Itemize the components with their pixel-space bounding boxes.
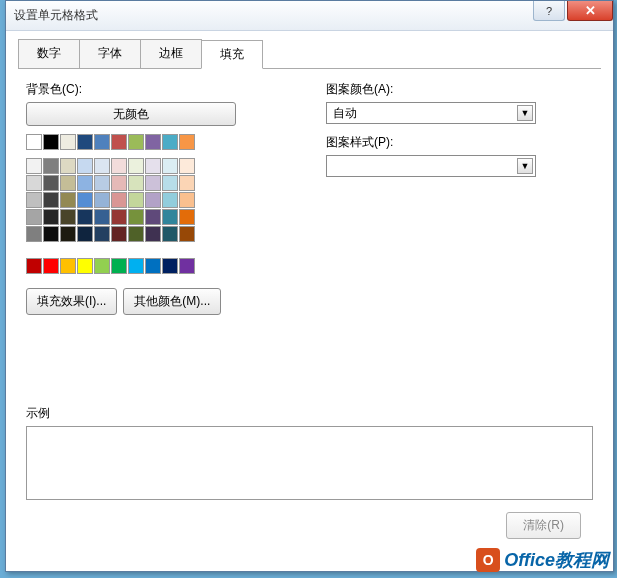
color-swatch[interactable] xyxy=(43,226,59,242)
color-swatch[interactable] xyxy=(60,209,76,225)
color-swatch[interactable] xyxy=(94,175,110,191)
color-swatch[interactable] xyxy=(111,258,127,274)
color-swatch[interactable] xyxy=(94,209,110,225)
color-swatch[interactable] xyxy=(128,158,144,174)
color-swatch[interactable] xyxy=(111,134,127,150)
color-swatch[interactable] xyxy=(94,258,110,274)
color-swatch[interactable] xyxy=(128,134,144,150)
color-swatch[interactable] xyxy=(145,258,161,274)
color-swatch[interactable] xyxy=(128,175,144,191)
color-swatch[interactable] xyxy=(77,258,93,274)
right-column: 图案颜色(A): 自动 ▼ 图案样式(P): ▼ xyxy=(326,81,593,315)
tab-number[interactable]: 数字 xyxy=(18,39,80,68)
chevron-down-icon: ▼ xyxy=(517,105,533,121)
tab-strip: 数字 字体 边框 填充 xyxy=(18,39,601,69)
color-swatch[interactable] xyxy=(145,158,161,174)
color-swatch[interactable] xyxy=(128,192,144,208)
color-swatch[interactable] xyxy=(111,192,127,208)
sample-preview xyxy=(26,426,593,500)
color-swatch[interactable] xyxy=(162,175,178,191)
color-swatch[interactable] xyxy=(162,134,178,150)
color-swatch[interactable] xyxy=(60,175,76,191)
color-swatch[interactable] xyxy=(179,226,195,242)
tab-font[interactable]: 字体 xyxy=(79,39,141,68)
color-swatch[interactable] xyxy=(94,134,110,150)
more-colors-button[interactable]: 其他颜色(M)... xyxy=(123,288,221,315)
color-swatch[interactable] xyxy=(162,226,178,242)
fill-effects-button[interactable]: 填充效果(I)... xyxy=(26,288,117,315)
window-buttons: ? ✕ xyxy=(533,1,613,21)
color-swatch[interactable] xyxy=(145,134,161,150)
watermark-text: Office教程网 xyxy=(504,548,609,572)
color-swatch[interactable] xyxy=(43,134,59,150)
titlebar[interactable]: 设置单元格格式 ? ✕ xyxy=(6,1,613,31)
color-swatch[interactable] xyxy=(162,258,178,274)
color-swatch[interactable] xyxy=(179,158,195,174)
color-swatch[interactable] xyxy=(77,226,93,242)
color-swatch[interactable] xyxy=(77,158,93,174)
color-swatch[interactable] xyxy=(77,192,93,208)
color-swatch[interactable] xyxy=(111,209,127,225)
color-swatch[interactable] xyxy=(94,192,110,208)
color-swatch[interactable] xyxy=(60,192,76,208)
color-swatch[interactable] xyxy=(111,226,127,242)
color-swatch[interactable] xyxy=(162,158,178,174)
color-swatch[interactable] xyxy=(111,175,127,191)
color-swatch[interactable] xyxy=(145,192,161,208)
color-swatch[interactable] xyxy=(60,226,76,242)
sample-section: 示例 xyxy=(18,405,601,500)
color-swatch[interactable] xyxy=(26,134,42,150)
color-swatch[interactable] xyxy=(145,226,161,242)
color-swatch[interactable] xyxy=(43,175,59,191)
watermark: O Office教程网 xyxy=(476,548,609,572)
color-swatch[interactable] xyxy=(94,226,110,242)
tab-border[interactable]: 边框 xyxy=(140,39,202,68)
close-button[interactable]: ✕ xyxy=(567,1,613,21)
color-swatch[interactable] xyxy=(60,258,76,274)
color-swatch[interactable] xyxy=(26,192,42,208)
color-swatch[interactable] xyxy=(179,134,195,150)
color-swatch[interactable] xyxy=(77,175,93,191)
color-swatch[interactable] xyxy=(26,158,42,174)
color-swatch[interactable] xyxy=(179,258,195,274)
tab-fill[interactable]: 填充 xyxy=(201,40,263,69)
color-swatch[interactable] xyxy=(179,175,195,191)
no-color-button[interactable]: 无颜色 xyxy=(26,102,236,126)
window-title: 设置单元格格式 xyxy=(14,7,98,24)
bg-color-label: 背景色(C): xyxy=(26,81,286,98)
watermark-icon: O xyxy=(476,548,500,572)
color-swatch[interactable] xyxy=(26,226,42,242)
color-swatch[interactable] xyxy=(43,209,59,225)
clear-button[interactable]: 清除(R) xyxy=(506,512,581,539)
pattern-color-label: 图案颜色(A): xyxy=(326,81,593,98)
color-swatch[interactable] xyxy=(94,158,110,174)
color-swatch[interactable] xyxy=(162,192,178,208)
color-swatch[interactable] xyxy=(43,192,59,208)
color-swatch[interactable] xyxy=(43,258,59,274)
color-swatch[interactable] xyxy=(128,209,144,225)
color-swatch[interactable] xyxy=(77,209,93,225)
color-swatch[interactable] xyxy=(179,209,195,225)
color-swatch[interactable] xyxy=(60,158,76,174)
standard-color-row xyxy=(26,258,286,274)
left-column: 背景色(C): 无颜色 填充效果(I)... 其他颜色(M)... xyxy=(26,81,286,315)
pattern-color-value: 自动 xyxy=(333,105,357,122)
pattern-color-dropdown[interactable]: 自动 ▼ xyxy=(326,102,536,124)
color-swatch[interactable] xyxy=(43,158,59,174)
chevron-down-icon: ▼ xyxy=(517,158,533,174)
color-swatch[interactable] xyxy=(26,175,42,191)
color-swatch[interactable] xyxy=(128,258,144,274)
color-swatch[interactable] xyxy=(77,134,93,150)
help-button[interactable]: ? xyxy=(533,1,565,21)
pattern-style-dropdown[interactable]: ▼ xyxy=(326,155,536,177)
color-swatch[interactable] xyxy=(26,258,42,274)
color-swatch[interactable] xyxy=(179,192,195,208)
color-swatch[interactable] xyxy=(145,209,161,225)
color-swatch[interactable] xyxy=(162,209,178,225)
color-swatch[interactable] xyxy=(128,226,144,242)
color-swatch[interactable] xyxy=(111,158,127,174)
dialog-content: 数字 字体 边框 填充 背景色(C): 无颜色 填充效果(I)... 其他颜色(… xyxy=(6,31,613,551)
color-swatch[interactable] xyxy=(60,134,76,150)
color-swatch[interactable] xyxy=(145,175,161,191)
color-swatch[interactable] xyxy=(26,209,42,225)
